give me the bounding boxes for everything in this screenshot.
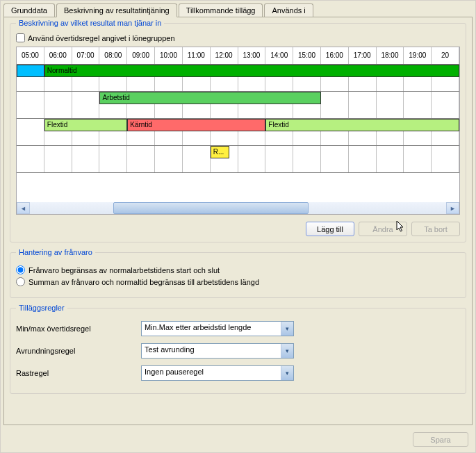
save-button: Spara bbox=[413, 432, 468, 447]
time-header-cell: 19:00 bbox=[404, 47, 432, 64]
time-header-cell: 11:00 bbox=[183, 47, 211, 64]
tab-beskrivning[interactable]: Beskrivning av resultatintjäning bbox=[56, 3, 177, 17]
bar-cyan[interactable] bbox=[17, 65, 44, 77]
time-header-cell: 07:00 bbox=[72, 47, 100, 64]
chevron-down-icon: ▾ bbox=[281, 366, 293, 380]
time-header-cell: 15:00 bbox=[293, 47, 321, 64]
timeline-row-5[interactable] bbox=[17, 173, 459, 205]
bar-rast-label: R... bbox=[213, 148, 224, 156]
chevron-down-icon: ▾ bbox=[281, 322, 293, 336]
overtime-checkbox-label: Använd övertidsregel angivet i lönegrupp… bbox=[28, 34, 175, 42]
delete-button: Ta bort bbox=[411, 222, 460, 236]
time-header-cell: 16:00 bbox=[321, 47, 349, 64]
bar-flextid-1-label: Flextid bbox=[47, 121, 67, 129]
combo-break[interactable]: Ingen pauseregel ▾ bbox=[141, 365, 294, 381]
time-header-cell: 09:00 bbox=[127, 47, 155, 64]
time-header-cell: 17:00 bbox=[349, 47, 377, 64]
bar-flextid-2[interactable]: Flextid bbox=[265, 119, 459, 131]
bar-normaltid[interactable]: Normaltid bbox=[44, 65, 459, 77]
timeline-row-3[interactable]: Flextid Kärntid Flextid bbox=[17, 119, 459, 146]
scroll-thumb[interactable] bbox=[113, 202, 309, 214]
combo-minmax-value: Min.Max etter arbeidstid lengde bbox=[142, 322, 281, 336]
combo-break-value: Ingen pauseregel bbox=[142, 366, 281, 380]
tab-anvands[interactable]: Används i bbox=[264, 3, 313, 17]
group-result-description: Beskrivning av vilket resultat man tjäna… bbox=[10, 23, 466, 242]
app-window: Grunddata Beskrivning av resultatintjäni… bbox=[0, 0, 476, 453]
add-button[interactable]: Lägg till bbox=[306, 222, 354, 236]
timeline-row-2[interactable]: Arbetstid bbox=[17, 92, 459, 119]
label-break: Rastregel bbox=[16, 369, 141, 377]
timeline: 05:0006:0007:0008:0009:0010:0011:0012:00… bbox=[16, 47, 460, 215]
timeline-button-row: Lägg till Ändra Ta bort bbox=[16, 222, 460, 236]
absence-option-2-row: Summan av frånvaro och normaltid begräns… bbox=[16, 277, 460, 286]
tabstrip: Grunddata Beskrivning av resultatintjäni… bbox=[1, 1, 475, 17]
absence-option-1[interactable] bbox=[16, 265, 25, 274]
group-title-extra: Tilläggsregler bbox=[16, 304, 67, 312]
time-header-cell: 06:00 bbox=[44, 47, 72, 64]
group-absence: Hantering av frånvaro Frånvaro begränsas… bbox=[10, 252, 466, 298]
time-header-cell: 20 bbox=[432, 47, 459, 64]
bar-flextid-2-label: Flextid bbox=[268, 121, 288, 129]
tab-tillagg[interactable]: Tillkommande tillägg bbox=[179, 3, 263, 17]
label-minmax: Min/max övertidsregel bbox=[16, 324, 141, 333]
time-header-cell: 14:00 bbox=[265, 47, 293, 64]
footer-row: Spara bbox=[413, 432, 468, 447]
timeline-row-4[interactable]: R... bbox=[17, 146, 459, 173]
absence-option-1-row: Frånvaro begränsas av normalarbetstidens… bbox=[16, 265, 460, 274]
absence-option-2-label: Summan av frånvaro och normaltid begräns… bbox=[28, 278, 259, 286]
scroll-right-button[interactable]: ► bbox=[446, 202, 459, 214]
combo-rounding-value: Test avrunding bbox=[142, 344, 281, 358]
time-header-cell: 05:00 bbox=[17, 47, 44, 64]
absence-option-1-label: Frånvaro begränsas av normalarbetstidens… bbox=[28, 266, 220, 274]
tab-panel: Beskrivning av vilket resultat man tjäna… bbox=[3, 17, 473, 425]
bar-arbetstid-label: Arbetstid bbox=[102, 94, 129, 101]
scroll-track[interactable] bbox=[30, 202, 446, 214]
group-title-result: Beskrivning av vilket resultat man tjäna… bbox=[16, 19, 164, 27]
group-title-absence: Hantering av frånvaro bbox=[16, 248, 95, 256]
bar-rast[interactable]: R... bbox=[211, 146, 229, 158]
edit-button: Ändra bbox=[359, 222, 407, 236]
bar-flextid-1[interactable]: Flextid bbox=[44, 119, 127, 131]
time-header-cell: 08:00 bbox=[99, 47, 127, 64]
bar-karntid-label: Kärntid bbox=[130, 121, 152, 129]
chevron-down-icon: ▾ bbox=[281, 344, 293, 358]
overtime-checkbox-row: Använd övertidsregel angivet i lönegrupp… bbox=[16, 33, 460, 42]
timeline-scrollbar[interactable]: ◄ ► bbox=[17, 202, 459, 214]
time-header-cell: 12:00 bbox=[211, 47, 238, 64]
time-header-cell: 13:00 bbox=[238, 47, 266, 64]
timeline-row-1[interactable]: Normaltid bbox=[17, 65, 459, 92]
bar-karntid[interactable]: Kärntid bbox=[127, 119, 265, 131]
bar-arbetstid[interactable]: Arbetstid bbox=[99, 92, 321, 104]
time-header-cell: 18:00 bbox=[377, 47, 404, 64]
tab-grunddata[interactable]: Grunddata bbox=[3, 3, 55, 17]
absence-option-2[interactable] bbox=[16, 277, 25, 286]
label-rounding: Avrundningsregel bbox=[16, 347, 141, 355]
combo-minmax[interactable]: Min.Max etter arbeidstid lengde ▾ bbox=[141, 321, 294, 336]
overtime-checkbox[interactable] bbox=[16, 33, 25, 42]
bar-normaltid-label: Normaltid bbox=[47, 67, 77, 74]
timeline-header: 05:0006:0007:0008:0009:0010:0011:0012:00… bbox=[17, 47, 459, 65]
scroll-left-button[interactable]: ◄ bbox=[17, 202, 30, 214]
timeline-rows: Normaltid Arbetstid Flex bbox=[17, 65, 459, 205]
time-header-cell: 10:00 bbox=[155, 47, 183, 64]
combo-rounding[interactable]: Test avrunding ▾ bbox=[141, 343, 294, 359]
extra-rules-form: Min/max övertidsregel Min.Max etter arbe… bbox=[16, 321, 460, 381]
group-extra-rules: Tilläggsregler Min/max övertidsregel Min… bbox=[10, 308, 466, 394]
